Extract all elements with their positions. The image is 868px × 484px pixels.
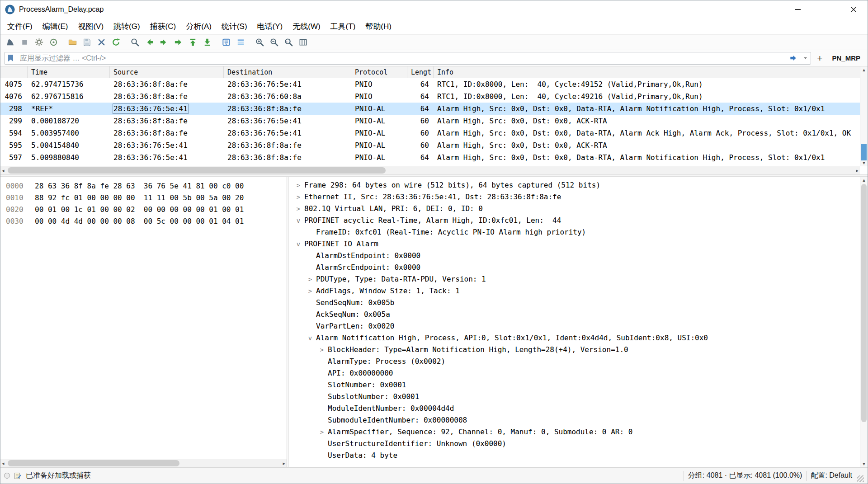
- open-file-button[interactable]: [66, 36, 79, 49]
- detail-tree-node[interactable]: VarPartLen: 0x0020: [289, 320, 860, 332]
- resize-columns-button[interactable]: [296, 36, 310, 49]
- packet-list-vertical-scrollbar[interactable]: ▴ ▾: [860, 66, 868, 166]
- scroll-left-icon[interactable]: ◂: [2, 461, 5, 466]
- hex-pane-horizontal-scrollbar[interactable]: ◂ ▸: [0, 459, 287, 467]
- detail-tree-node[interactable]: SubmoduleIdentNumber: 0x00000008: [289, 414, 860, 426]
- zoom-in-button[interactable]: [253, 36, 266, 49]
- expand-arrow-icon[interactable]: [316, 391, 328, 403]
- menu-item[interactable]: 编辑(E): [38, 19, 73, 34]
- go-to-first-packet-button[interactable]: [186, 36, 199, 49]
- detail-tree-node[interactable]: v Alarm Notification High, Process, API:…: [289, 332, 860, 344]
- hex-line[interactable]: 0010 88 92 fc 01 00 00 00 00 11 11 00 5b…: [0, 192, 287, 204]
- scroll-down-icon[interactable]: ▾: [863, 160, 865, 165]
- hex-line[interactable]: 0030 00 00 4d 4d 00 00 00 08 00 5c 00 00…: [0, 216, 287, 227]
- add-filter-button[interactable]: +: [815, 52, 825, 65]
- menu-item[interactable]: 工具(T): [326, 19, 361, 34]
- expand-arrow-icon[interactable]: [316, 356, 328, 367]
- expand-arrow-icon[interactable]: >: [304, 273, 316, 285]
- resize-grip-icon[interactable]: [857, 475, 864, 482]
- menu-item[interactable]: 跳转(G): [108, 19, 145, 34]
- expand-arrow-icon[interactable]: [316, 367, 328, 379]
- expand-arrow-icon[interactable]: [316, 414, 328, 426]
- maximize-button[interactable]: [811, 0, 840, 19]
- expand-arrow-icon[interactable]: [304, 320, 316, 332]
- scroll-down-icon[interactable]: ▾: [863, 461, 865, 466]
- detail-tree-node[interactable]: UserData: 4 byte: [289, 450, 860, 461]
- column-header-no[interactable]: [0, 66, 28, 78]
- packet-row[interactable]: 298 *REF* 28:63:36:76:5e:41 28:63:36:8f:…: [0, 103, 860, 115]
- go-forward-button[interactable]: [157, 36, 170, 49]
- detail-tree-node[interactable]: > Ethernet II, Src: 28:63:36:76:5e:41, D…: [289, 191, 860, 203]
- hex-line[interactable]: 0000 28 63 36 8f 8a fe 28 63 36 76 5e 41…: [0, 180, 287, 192]
- go-to-packet-button[interactable]: [171, 36, 185, 49]
- expand-arrow-icon[interactable]: >: [292, 179, 304, 191]
- packet-row[interactable]: 4076 62.976715816 28:63:36:8f:8a:fe 28:6…: [0, 90, 860, 103]
- detail-tree-node[interactable]: AlarmSrcEndpoint: 0x0000: [289, 262, 860, 273]
- scroll-up-icon[interactable]: ▴: [863, 67, 865, 72]
- expand-arrow-icon[interactable]: [304, 262, 316, 273]
- find-packet-button[interactable]: [128, 36, 142, 49]
- status-profile[interactable]: 配置: Default: [811, 471, 852, 480]
- column-header-source[interactable]: Source: [110, 66, 224, 78]
- expand-arrow-icon[interactable]: [316, 379, 328, 391]
- column-header-protocol[interactable]: Protocol: [351, 66, 407, 78]
- capture-options-button[interactable]: [32, 36, 46, 49]
- menu-item[interactable]: 捕获(C): [145, 19, 181, 34]
- detail-tree-node[interactable]: > 802.1Q Virtual LAN, PRI: 6, DEI: 0, ID…: [289, 203, 860, 215]
- menu-item[interactable]: 视图(V): [73, 19, 108, 34]
- expand-arrow-icon[interactable]: >: [292, 203, 304, 215]
- zoom-reset-button[interactable]: 1:1: [282, 36, 295, 49]
- packet-row[interactable]: 594 5.003957400 28:63:36:8f:8a:fe 28:63:…: [0, 127, 860, 139]
- expand-arrow-icon[interactable]: [304, 297, 316, 309]
- menu-item[interactable]: 分析(A): [181, 19, 217, 34]
- display-filter-input[interactable]: [20, 54, 787, 62]
- expand-arrow-icon[interactable]: [316, 403, 328, 414]
- column-header-length[interactable]: Lengt: [407, 66, 434, 78]
- expand-arrow-icon[interactable]: v: [292, 238, 304, 250]
- packet-row[interactable]: 595 5.004154840 28:63:36:76:5e:41 28:63:…: [0, 139, 860, 151]
- column-header-destination[interactable]: Destination: [224, 66, 351, 78]
- packet-row[interactable]: 299 0.000108720 28:63:36:8f:8a:fe 28:63:…: [0, 115, 860, 127]
- capture-comment-icon[interactable]: [14, 472, 22, 479]
- scrollbar-thumb[interactable]: [8, 167, 386, 174]
- scroll-right-icon[interactable]: ▸: [283, 461, 285, 466]
- detail-tree-node[interactable]: > AlarmSpecifier, Sequence: 92, Channel:…: [289, 426, 860, 438]
- detail-tree-node[interactable]: v PROFINET IO Alarm: [289, 238, 860, 250]
- go-to-last-packet-button[interactable]: [200, 36, 214, 49]
- zoom-out-button[interactable]: [267, 36, 281, 49]
- filter-bookmark-icon[interactable]: [7, 54, 14, 62]
- scroll-right-icon[interactable]: ▸: [856, 168, 859, 173]
- filter-button-pn-mrp[interactable]: PN_MRP: [828, 53, 864, 63]
- detail-pane-vertical-scrollbar[interactable]: ▴ ▾: [860, 177, 868, 467]
- close-button[interactable]: [840, 0, 868, 19]
- apply-filter-icon[interactable]: [789, 54, 797, 62]
- detail-tree-node[interactable]: FrameID: 0xfc01 (Real-Time: Acyclic PN-I…: [289, 226, 860, 238]
- menu-item[interactable]: 电话(Y): [252, 19, 288, 34]
- menu-item[interactable]: 无线(W): [288, 19, 325, 34]
- detail-tree-node[interactable]: AlarmDstEndpoint: 0x0000: [289, 250, 860, 262]
- reload-file-button[interactable]: [109, 36, 123, 49]
- menu-item[interactable]: 帮助(H): [360, 19, 396, 34]
- filter-dropdown-caret-icon[interactable]: [803, 56, 808, 61]
- start-capture-button[interactable]: [3, 36, 17, 49]
- detail-tree-node[interactable]: API: 0x00000000: [289, 367, 860, 379]
- hex-line[interactable]: 0020 00 01 00 1c 01 00 00 02 00 00 00 00…: [0, 204, 287, 216]
- expand-arrow-icon[interactable]: v: [304, 332, 316, 344]
- menu-item[interactable]: 统计(S): [217, 19, 252, 34]
- detail-tree-node[interactable]: AlarmType: Process (0x0002): [289, 356, 860, 367]
- detail-tree-node[interactable]: > Frame 298: 64 bytes on wire (512 bits)…: [289, 179, 860, 191]
- detail-tree-node[interactable]: SendSeqNum: 0x005b: [289, 297, 860, 309]
- expand-arrow-icon[interactable]: >: [292, 191, 304, 203]
- expand-arrow-icon[interactable]: [304, 226, 316, 238]
- expand-arrow-icon[interactable]: v: [292, 215, 304, 226]
- expand-arrow-icon[interactable]: >: [316, 426, 328, 438]
- detail-tree-node[interactable]: UserStructureIdentifier: Unknown (0x0000…: [289, 438, 860, 450]
- expand-arrow-icon[interactable]: [304, 309, 316, 320]
- detail-tree-node[interactable]: > BlockHeader: Type=Alarm Notification H…: [289, 344, 860, 356]
- column-header-time[interactable]: Time: [28, 66, 110, 78]
- detail-tree-node[interactable]: SubslotNumber: 0x0001: [289, 391, 860, 403]
- column-header-info[interactable]: Info: [434, 66, 860, 78]
- detail-tree-node[interactable]: > AddFlags, Window Size: 1, Tack: 1: [289, 285, 860, 297]
- go-back-button[interactable]: [142, 36, 156, 49]
- scrollbar-thumb[interactable]: [8, 460, 179, 466]
